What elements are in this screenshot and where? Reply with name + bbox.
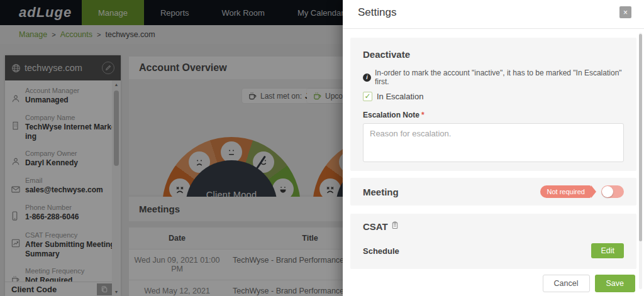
deactivate-info-text: In-order to mark the account "inactive",… [375,69,624,86]
settings-panel: Settings × Deactivate i In-order to mark… [343,0,644,296]
edit-button[interactable]: Edit [591,243,624,258]
modal-backdrop[interactable] [0,0,343,296]
in-escalation-checkbox[interactable] [363,92,372,101]
meeting-required-toggle[interactable] [601,185,624,198]
meeting-section: Meeting Not required [350,178,636,206]
in-escalation-row: In Escalation [363,92,624,101]
in-escalation-label: In Escalation [377,92,423,101]
settings-footer: Cancel Save [343,271,644,296]
schedule-label: Schedule [363,246,399,256]
not-required-badge: Not required [540,185,591,198]
toggle-knob [602,186,613,197]
cancel-button[interactable]: Cancel [543,275,590,292]
clipboard-icon[interactable] [391,221,399,229]
info-icon: i [363,74,371,82]
scrollbar-thumb[interactable] [639,34,642,241]
escalation-note-textarea[interactable] [363,123,624,162]
meeting-heading: Meeting [363,187,399,197]
csat-section: CSAT Schedule Edit [350,214,636,269]
close-icon[interactable]: × [619,6,631,18]
deactivate-section: Deactivate i In-order to mark the accoun… [350,38,636,171]
divider [343,28,644,29]
escalation-note-label: Escalation Note* [363,111,624,119]
save-button[interactable]: Save [595,275,636,292]
settings-scrollbar[interactable] [639,33,642,289]
schedule-row: Schedule Edit [363,243,624,258]
deactivate-heading: Deactivate [363,49,624,60]
required-asterisk: * [421,111,425,119]
app-screen: adLuge Manage Reports Work Room My Calen… [0,0,644,296]
csat-heading: CSAT [363,221,388,232]
settings-title: Settings [358,6,396,19]
deactivate-info: i In-order to mark the account "inactive… [363,69,624,86]
